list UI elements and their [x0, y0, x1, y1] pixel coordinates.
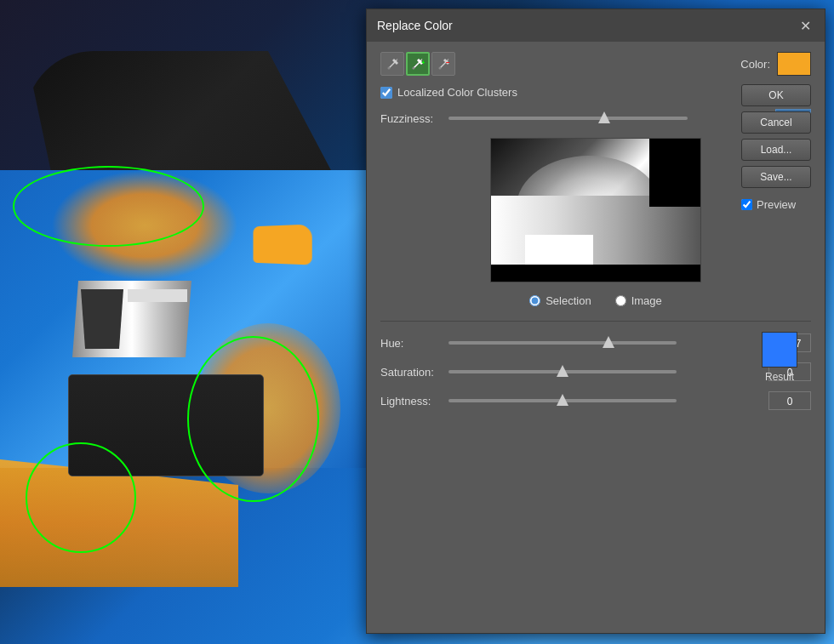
selection-radio-option[interactable]: Selection [529, 294, 591, 307]
lightness-thumb[interactable] [557, 394, 568, 406]
eyedropper-subtract-button[interactable]: − [431, 52, 455, 76]
svg-text:−: − [446, 59, 450, 66]
ok-button[interactable]: OK [741, 84, 811, 106]
image-radio-option[interactable]: Image [615, 294, 662, 307]
dialog-content: + − Color: OK Cancel Load... Save [367, 42, 825, 633]
selection-circle-1 [13, 166, 204, 247]
hue-row: Hue: +177 Result [380, 333, 811, 352]
right-buttons: OK Cancel Load... Save... Preview [741, 84, 811, 211]
saturation-track[interactable] [448, 370, 677, 373]
localized-color-clusters-label[interactable]: Localized Color Clusters [397, 86, 517, 99]
lightness-label: Lightness: [380, 395, 442, 407]
dialog-titlebar: Replace Color ✕ [367, 9, 825, 42]
image-radio-label: Image [631, 294, 662, 307]
saturation-thumb[interactable] [557, 365, 568, 377]
eyedropper-add-button[interactable]: + [406, 52, 430, 76]
lightness-row: Lightness: 0 [380, 391, 811, 410]
eyedropper-subtract-icon: − [437, 57, 450, 71]
eyedropper-add-icon: + [411, 57, 425, 71]
result-label: Result [765, 371, 794, 383]
saturation-row: Saturation: 0 [380, 362, 811, 381]
lightness-value[interactable]: 0 [768, 391, 811, 410]
hue-label: Hue: [380, 337, 442, 350]
svg-point-3 [439, 67, 442, 70]
selection-radio-label: Selection [546, 294, 591, 307]
preview-image-container [490, 138, 701, 282]
divider [380, 321, 811, 322]
fuzziness-thumb[interactable] [598, 111, 610, 123]
result-swatch [762, 332, 797, 368]
save-button[interactable]: Save... [741, 166, 811, 188]
image-radio[interactable] [615, 295, 626, 306]
color-label: Color: [740, 58, 770, 71]
saturation-label: Saturation: [380, 366, 442, 379]
preview-label[interactable]: Preview [757, 198, 796, 211]
svg-text:+: + [421, 59, 425, 66]
cancel-button[interactable]: Cancel [741, 111, 811, 134]
lightness-track[interactable] [448, 399, 677, 402]
eyedropper-icon [386, 57, 399, 71]
headlight-inner [81, 289, 123, 349]
preview-car-bw [491, 139, 700, 282]
svg-point-1 [413, 67, 415, 70]
fuzziness-label: Fuzziness: [380, 112, 442, 125]
svg-point-0 [388, 67, 391, 70]
selection-circle-3 [26, 442, 136, 553]
selection-radio[interactable] [529, 295, 540, 306]
preview-checkbox-row: Preview [741, 198, 811, 211]
headlight-strip [128, 289, 187, 302]
radio-row: Selection Image [380, 294, 811, 307]
color-row: Color: [740, 52, 811, 76]
preview-dark-bottom [491, 265, 700, 282]
close-button[interactable]: ✕ [796, 16, 814, 35]
color-swatch[interactable] [777, 52, 811, 76]
result-area: Result [762, 332, 797, 383]
fuzziness-track[interactable] [448, 117, 688, 120]
car-visual [0, 0, 366, 644]
hue-thumb[interactable] [603, 336, 614, 348]
mirror [254, 225, 312, 265]
localized-color-clusters-checkbox[interactable] [380, 87, 392, 99]
load-button[interactable]: Load... [741, 139, 811, 161]
preview-top-dark [649, 139, 700, 207]
dialog-title: Replace Color [377, 19, 453, 32]
preview-checkbox[interactable] [741, 199, 752, 210]
toolbar-row: + − Color: [380, 52, 811, 76]
selection-circle-2 [187, 336, 319, 502]
replace-color-dialog: Replace Color ✕ + [366, 9, 825, 634]
hue-track[interactable] [448, 341, 677, 345]
eyedropper-normal-button[interactable] [380, 52, 404, 76]
preview-headlight [525, 235, 593, 265]
